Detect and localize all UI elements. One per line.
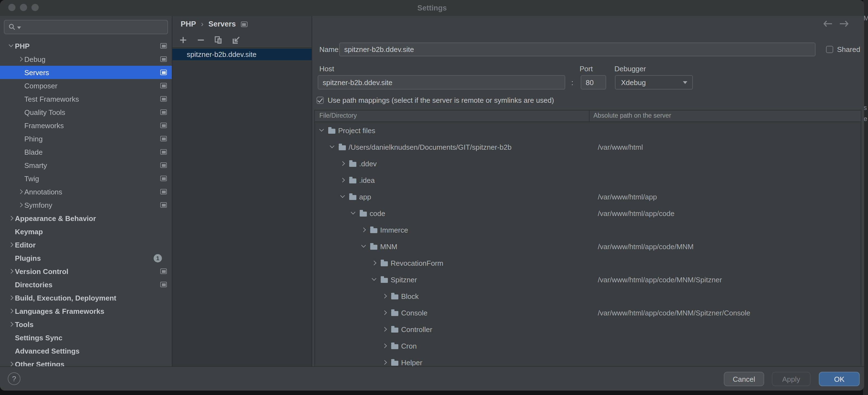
sidebar-item-twig[interactable]: Twig [0,172,172,185]
sidebar-item-build-execution-deployment[interactable]: Build, Execution, Deployment [0,291,172,304]
sidebar-item-plugins[interactable]: Plugins 1 [0,251,172,265]
chevron-icon[interactable] [17,201,24,209]
chevron-icon[interactable] [17,82,24,89]
chevron-icon[interactable] [17,135,24,142]
apply-button[interactable]: Apply [772,372,810,386]
back-arrow-icon[interactable] [823,21,833,27]
host-input[interactable] [318,75,565,90]
chevron-icon[interactable] [17,69,24,76]
chevron-icon[interactable] [8,347,15,355]
sidebar-item-composer[interactable]: Composer [0,79,172,92]
mapping-row-mnm[interactable]: MNM /var/www/html/app/code/MNM [315,238,861,255]
copy-server-button[interactable] [212,34,224,46]
chevron-icon[interactable] [371,276,378,283]
mapping-row-users-danielknudsen-documents-git-spitzner-b2b[interactable]: /Users/danielknudsen/Documents/GIT/spitz… [315,139,861,155]
chevron-icon[interactable] [17,175,24,182]
chevron-icon[interactable] [8,294,15,301]
shared-checkbox[interactable] [826,46,833,53]
chevron-icon[interactable] [381,293,389,300]
chevron-icon[interactable] [8,241,15,248]
breadcrumb-parent[interactable]: PHP [181,20,196,28]
chevron-icon[interactable] [360,226,367,234]
mapping-row-code[interactable]: code /var/www/html/app/code [315,205,861,221]
debugger-select[interactable]: Xdebug [615,75,693,90]
chevron-icon[interactable] [8,281,15,288]
add-server-button[interactable] [177,34,189,46]
sidebar-item-smarty[interactable]: Smarty [0,158,172,172]
sidebar-item-keymap[interactable]: Keymap [0,225,172,238]
remove-server-button[interactable] [194,34,207,46]
server-name-input[interactable] [339,42,815,56]
mapping-row-spitzner[interactable]: Spitzner /var/www/html/app/code/MNM/Spit… [315,271,861,288]
chevron-icon[interactable] [339,193,346,200]
sidebar-item-other-settings[interactable]: Other Settings [0,358,172,366]
path-mappings-checkbox[interactable] [317,97,324,104]
sidebar-item-tools[interactable]: Tools [0,318,172,331]
sidebar-item-phing[interactable]: Phing [0,132,172,145]
chevron-icon[interactable] [17,148,24,155]
sidebar-item-appearance-behavior[interactable]: Appearance & Behavior [0,212,172,225]
sidebar-item-languages-frameworks[interactable]: Languages & Frameworks [0,304,172,318]
chevron-icon[interactable] [8,254,15,262]
mapping-row-app[interactable]: app /var/www/html/app [315,188,861,205]
sidebar-item-debug[interactable]: Debug [0,53,172,66]
chevron-icon[interactable] [17,95,24,102]
sidebar-item-editor[interactable]: Editor [0,238,172,251]
cancel-button[interactable]: Cancel [724,372,764,386]
forward-arrow-icon[interactable] [839,21,849,27]
chevron-icon[interactable] [339,177,346,184]
chevron-icon[interactable] [381,359,389,366]
chevron-icon[interactable] [318,127,326,134]
chevron-icon[interactable] [371,260,378,267]
ok-button[interactable]: OK [819,372,860,386]
import-server-button[interactable] [230,34,242,46]
sidebar-item-quality-tools[interactable]: Quality Tools [0,105,172,119]
sidebar-item-annotations[interactable]: Annotations [0,185,172,198]
chevron-icon[interactable] [8,321,15,328]
chevron-icon[interactable] [17,161,24,169]
chevron-icon[interactable] [381,309,389,316]
chevron-icon[interactable] [17,56,24,63]
sidebar-item-blade[interactable]: Blade [0,145,172,158]
sidebar-item-advanced-settings[interactable]: Advanced Settings [0,344,172,358]
sidebar-item-servers[interactable]: Servers [0,66,172,79]
mapping-row-cron[interactable]: Cron [315,338,861,354]
sidebar-item-php[interactable]: PHP [0,39,172,53]
chevron-icon[interactable] [17,188,24,195]
chevron-icon[interactable] [381,326,389,333]
column-divider[interactable] [589,111,590,122]
sidebar-item-directories[interactable]: Directories [0,278,172,291]
chevron-icon[interactable] [8,268,15,275]
sidebar-item-frameworks[interactable]: Frameworks [0,119,172,132]
chevron-icon[interactable] [8,307,15,315]
chevron-icon[interactable] [8,334,15,341]
mapping-row-controller[interactable]: Controller [315,321,861,338]
mapping-row-revocationform[interactable]: RevocationForm [315,255,861,271]
mapping-row-idea[interactable]: .idea [315,172,861,188]
chevron-icon[interactable] [381,342,389,350]
search-history-arrow-icon[interactable] [17,27,21,29]
mapping-row-console[interactable]: Console /var/www/html/app/code/MNM/Spitz… [315,304,861,321]
mapping-row-immerce[interactable]: Immerce [315,221,861,238]
chevron-icon[interactable] [8,228,15,235]
mapping-row-ddev[interactable]: .ddev [315,155,861,172]
chevron-icon[interactable] [8,361,15,366]
chevron-icon[interactable] [17,109,24,116]
mapping-row-project-files[interactable]: Project files [315,122,861,139]
sidebar-item-symfony[interactable]: Symfony [0,198,172,212]
chevron-icon[interactable] [329,143,336,151]
port-input[interactable] [581,75,606,90]
help-button[interactable]: ? [8,372,21,385]
chevron-icon[interactable] [339,160,346,167]
chevron-icon[interactable] [17,122,24,129]
sidebar-item-version-control[interactable]: Version Control [0,265,172,278]
chevron-icon[interactable] [350,210,357,217]
sidebar-item-test-frameworks[interactable]: Test Frameworks [0,92,172,105]
chevron-icon[interactable] [8,42,15,50]
settings-search-input[interactable] [4,20,168,34]
sidebar-item-settings-sync[interactable]: Settings Sync [0,331,172,344]
mapping-row-helper[interactable]: Helper [315,354,861,366]
server-list-item[interactable]: spitzner-b2b.ddev.site [173,49,312,60]
chevron-icon[interactable] [360,243,367,250]
mapping-row-block[interactable]: Block [315,288,861,304]
